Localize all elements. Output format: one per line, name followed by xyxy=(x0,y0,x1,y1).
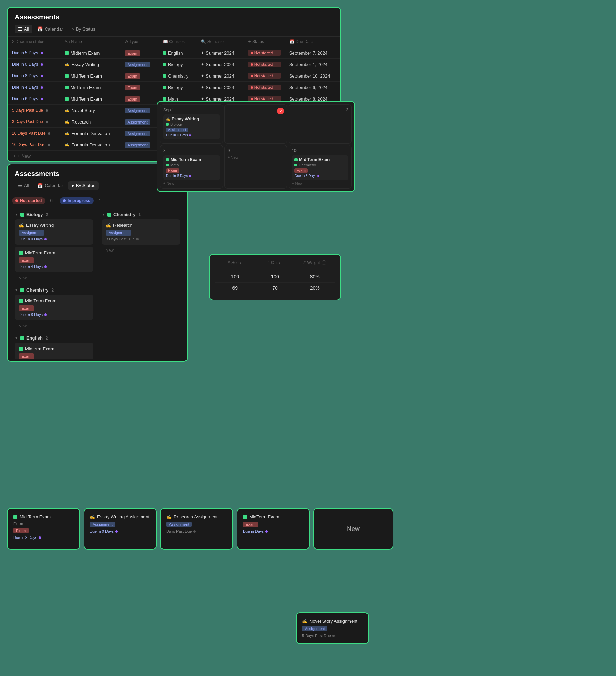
type-cell-8: Assignment xyxy=(120,139,158,151)
calendar-row-1: Sep 1 ✍ Essay Writing Biology Assignment xyxy=(160,104,352,144)
not-started-count: 6 xyxy=(50,198,53,203)
score-val-1: 100 xyxy=(215,274,255,279)
in-progress-count: 1 xyxy=(98,198,101,203)
cal-event-midterm-chem[interactable]: Mid Term Exam Chemistry Exam Due in 8 Da… xyxy=(292,155,348,180)
row-name-icon xyxy=(65,86,69,89)
add-new-chem-ip[interactable]: + New xyxy=(99,247,183,254)
course-dot-1 xyxy=(163,63,166,66)
table-row[interactable]: Due in 4 Days MidTerm Exam Exam Biology xyxy=(8,82,340,93)
tab-calendar-table[interactable]: 📅 Calendar xyxy=(34,25,66,33)
research-icon: ✍ xyxy=(106,223,111,228)
sun-row-1: ✦ xyxy=(201,62,204,67)
cal-date-8: 8 xyxy=(163,148,220,153)
date-cell-3: September 6, 2024 xyxy=(285,82,340,93)
col-deadline-status: Σ Deadline status xyxy=(8,37,61,47)
row-name-icon: ✍ xyxy=(65,143,70,147)
chem-ip-cards: ✍ Research Assignment 3 Days Past Due xyxy=(99,219,183,245)
status-groups-container: Not started 6 In progress 1 ▼ Biology 2 xyxy=(8,193,187,359)
cal-add-new-8[interactable]: + New xyxy=(163,181,220,185)
course-cell-3: Biology xyxy=(159,82,197,93)
midterm-exam-bio-card[interactable]: MidTerm Exam Exam Due in 4 Days xyxy=(15,247,93,272)
add-new-biology[interactable]: + New xyxy=(12,274,96,282)
col-courses: 📖 Courses xyxy=(159,37,197,47)
not-started-pill[interactable]: Not started xyxy=(12,197,45,204)
chevron-biology: ▼ xyxy=(15,213,18,216)
book-icon: 📖 xyxy=(163,39,168,44)
midterm-eng-card[interactable]: Midterm Exam Exam Due in 5 Days xyxy=(15,343,93,359)
type-cell-0: Exam xyxy=(120,47,158,59)
cal-midterm-math-meta: Exam xyxy=(166,168,217,173)
research-card[interactable]: ✍ Research Assignment 3 Days Past Due xyxy=(102,219,180,245)
cal-add-new-10[interactable]: + New xyxy=(292,181,348,185)
cal-event-essay[interactable]: ✍ Essay Writing Biology Assignment Due i… xyxy=(163,114,220,139)
essay-writing-card[interactable]: ✍ Essay Writing Assignment Due in 0 Days xyxy=(15,219,93,245)
status-cell-3: Not started xyxy=(244,82,285,93)
lower-midterm-card[interactable]: Mid Term Exam Exam Exam Due in 8 Days xyxy=(7,508,80,550)
table-header-row: Σ Deadline status Aa Name ⊙ Type 📖 Cours… xyxy=(8,37,340,47)
type-cell-1: Assignment xyxy=(120,59,158,70)
lower-essay-badge: Assignment xyxy=(90,522,115,527)
dot-icon: ● xyxy=(71,183,74,188)
status-cell-2: Not started xyxy=(244,70,285,82)
lower-essay-card[interactable]: ✍ Essay Writing Assignment Assignment Du… xyxy=(84,508,157,550)
col-status: ✦ Status xyxy=(244,37,285,47)
lower-research-card[interactable]: ✍ Research Assignment Assignment Days Pa… xyxy=(160,508,233,550)
course-header-biology-ns[interactable]: ▼ Biology 2 xyxy=(12,210,96,219)
list2-icon: ☰ xyxy=(18,183,22,188)
course-dot-4 xyxy=(163,97,166,101)
lower-midterm2-card[interactable]: MidTerm Exam Exam Due in Days xyxy=(237,508,310,550)
status-dot-1 xyxy=(251,63,253,66)
table-row[interactable]: Due in 5 Days Midterm Exam Exam English xyxy=(8,47,340,59)
status-dot-2 xyxy=(251,75,253,77)
status-cell-0: Not started xyxy=(244,47,285,59)
lower-essay-title: ✍ Essay Writing Assignment xyxy=(90,514,150,519)
by-status-panel-title: Assessments xyxy=(15,170,180,178)
in-progress-pill[interactable]: In progress xyxy=(60,197,94,204)
chem-label: Chemistry xyxy=(26,287,49,293)
cal-date-3: 3 xyxy=(292,108,348,112)
tab-all-table[interactable]: ☰ All xyxy=(15,25,32,33)
type-cell-5: Assignment xyxy=(120,105,158,116)
course-header-eng-ns[interactable]: ▼ English 2 xyxy=(12,333,96,343)
tab-calendar-status[interactable]: 📅 Calendar xyxy=(34,181,66,190)
cal-date-sep1: Sep 1 xyxy=(163,108,220,112)
row-name-icon xyxy=(65,74,69,78)
lower-novel-meta: Assignment xyxy=(302,626,363,631)
lower-midterm-title: Mid Term Exam xyxy=(13,514,74,519)
lower-cards-row2: ✍ Novel Story Assignment Assignment 5 Da… xyxy=(296,612,369,644)
lower-midterm-icon xyxy=(13,515,17,519)
lower-research-icon: ✍ xyxy=(166,515,172,519)
table-row[interactable]: Due in 0 Days ✍ Essay Writing Assignment… xyxy=(8,59,340,70)
not-started-column: ▼ Biology 2 ✍ Essay Writing Assignment xyxy=(12,210,96,359)
cal-essay-icon: ✍ xyxy=(166,117,170,121)
lower-new-card[interactable]: New xyxy=(313,508,393,550)
tab-all-status[interactable]: ☰ All xyxy=(15,181,32,190)
lower-novel-card[interactable]: ✍ Novel Story Assignment Assignment 5 Da… xyxy=(296,612,369,644)
weight-val-1: 80% xyxy=(295,274,335,279)
chem-dot xyxy=(20,288,24,292)
table-row[interactable]: Due in 8 Days Mid Term Exam Exam Chemist… xyxy=(8,70,340,82)
cal-dot-chem xyxy=(317,175,319,177)
tab-bystatus-table[interactable]: ○ By Status xyxy=(68,25,99,33)
mid-term-chem-card[interactable]: Mid Term Exam Exam Due in 8 Days xyxy=(15,295,93,320)
cal-event-midterm-math[interactable]: Mid Term Exam Math Exam Due in 6 Days xyxy=(163,155,220,180)
research-title: ✍ Research xyxy=(106,223,176,228)
add-new-chem[interactable]: + New xyxy=(12,322,96,330)
status-dot-3 xyxy=(251,86,253,89)
course-header-chem-ns[interactable]: ▼ Chemistry 2 xyxy=(12,285,96,295)
research-meta: Assignment xyxy=(106,230,176,236)
lower-midterm-badge-type: Exam xyxy=(13,522,74,526)
semester-cell-0: ✦ Summer 2024 xyxy=(197,47,243,59)
deadline-dot-0 xyxy=(41,52,43,54)
deadline-cell-1: Due in 0 Days xyxy=(8,59,61,70)
name-cell-0: Midterm Exam xyxy=(61,47,121,59)
cal-midterm-chem-badge: Exam xyxy=(294,168,308,173)
calendar-popup: Sep 1 ✍ Essay Writing Biology Assignment xyxy=(157,101,355,192)
course-header-chem-ip[interactable]: ▼ Chemistry 1 xyxy=(99,210,183,219)
cal-midterm-chem-title: Mid Term Exam xyxy=(294,157,346,162)
cal-add-new-9[interactable]: + New xyxy=(228,155,284,159)
chevron-chem: ▼ xyxy=(15,288,18,292)
tab-bystatus-active[interactable]: ● By Status xyxy=(68,181,99,190)
sun-row-4: ✦ xyxy=(201,97,204,101)
col-semester: 🔍 Semester xyxy=(197,37,243,47)
